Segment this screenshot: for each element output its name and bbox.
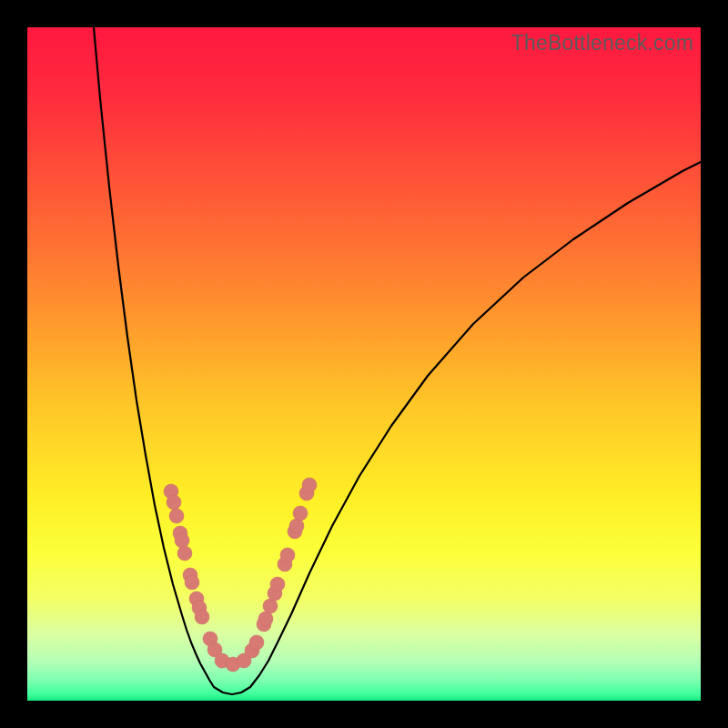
data-point (302, 478, 317, 492)
data-point (270, 577, 285, 592)
data-point (258, 612, 273, 626)
data-point (249, 635, 264, 650)
highlight-dots (164, 478, 317, 672)
data-point (185, 575, 199, 590)
data-point (169, 509, 184, 523)
plot-area: TheBottleneck.com (27, 27, 701, 701)
data-point (293, 506, 308, 521)
chart-svg (27, 27, 701, 701)
data-point (289, 519, 304, 533)
data-point (280, 548, 295, 562)
bottleneck-curve (94, 27, 701, 694)
outer-frame: TheBottleneck.com (0, 0, 728, 728)
data-point (195, 610, 209, 624)
data-point (167, 495, 181, 510)
data-point (263, 599, 278, 613)
data-point (175, 533, 189, 548)
data-point (177, 546, 192, 561)
